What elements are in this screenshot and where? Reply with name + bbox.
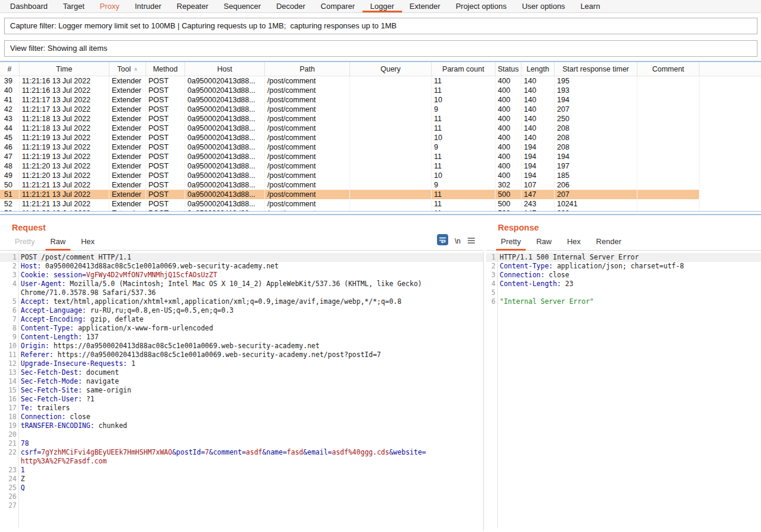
cell-status: 400 xyxy=(496,114,522,124)
cell-time: 11:21:21 13 Jul 2022 xyxy=(20,199,109,209)
cell-query xyxy=(350,142,432,152)
menu-tab-repeater[interactable]: Repeater xyxy=(169,0,216,12)
cell-method: POST xyxy=(146,180,185,190)
table-row[interactable]: 5111:21:21 13 Jul 2022ExtenderPOST0a9500… xyxy=(0,190,761,199)
code-line: 4Content-Length: 23 xyxy=(486,280,761,288)
table-row[interactable]: 4911:21:20 13 Jul 2022ExtenderPOST0a9500… xyxy=(0,171,761,180)
menu-tab-project-options[interactable]: Project options xyxy=(448,0,514,12)
column-header-comment[interactable]: Comment xyxy=(637,62,700,76)
line-number: 4 xyxy=(486,280,496,288)
column-header-path[interactable]: Path xyxy=(265,62,350,76)
line-number: 26 xyxy=(0,492,17,501)
cell-param-count: 11 xyxy=(432,161,496,171)
line-number: 18 xyxy=(0,413,17,421)
tab-render[interactable]: Render xyxy=(588,237,629,250)
column-header--[interactable]: # xyxy=(0,62,20,76)
tab-hex[interactable]: Hex xyxy=(73,237,102,250)
code-line: 3Cookie: session=VgFWy4D2vMfON7vMNMhjQ1S… xyxy=(0,271,483,280)
cell-path: /post/comment xyxy=(265,171,350,180)
table-row[interactable]: 4311:21:18 13 Jul 2022ExtenderPOST0a9500… xyxy=(0,114,761,124)
tab-pretty[interactable]: Pretty xyxy=(493,237,529,250)
table-row[interactable]: 4811:21:20 13 Jul 2022ExtenderPOST0a9500… xyxy=(0,161,761,171)
newline-icon[interactable]: \n xyxy=(455,237,461,245)
table-row[interactable]: 3911:21:16 13 Jul 2022ExtenderPOST0a9500… xyxy=(0,76,761,86)
cell-path: /post/comment xyxy=(265,209,350,211)
cell-start-response-timer: 207 xyxy=(555,105,637,114)
column-header-filler xyxy=(700,62,761,76)
cell-tool: Extender xyxy=(109,199,146,209)
menu-tab-extender[interactable]: Extender xyxy=(402,0,448,12)
wrap-toggle-icon[interactable] xyxy=(437,234,448,248)
table-hscrollbar[interactable] xyxy=(0,211,761,215)
menu-tab-comparer[interactable]: Comparer xyxy=(313,0,362,12)
table-row[interactable]: 4711:21:19 13 Jul 2022ExtenderPOST0a9500… xyxy=(0,152,761,161)
cell-method: POST xyxy=(146,161,185,171)
table-row[interactable]: 5011:21:21 13 Jul 2022ExtenderPOST0a9500… xyxy=(0,180,761,190)
tab-pretty[interactable]: Pretty xyxy=(7,237,43,250)
cell-tool: Extender xyxy=(109,86,146,95)
column-label: Param count xyxy=(442,65,484,73)
line-number: 11 xyxy=(0,351,17,359)
cell-filler xyxy=(700,133,761,142)
table-row[interactable]: 4211:21:17 13 Jul 2022ExtenderPOST0a9500… xyxy=(0,105,761,114)
cell-method: POST xyxy=(146,86,185,95)
cell-query xyxy=(350,199,432,209)
line-number: 12 xyxy=(0,359,17,368)
column-header-method[interactable]: Method xyxy=(146,62,185,76)
cell-method: POST xyxy=(146,190,185,199)
menu-tab-user-options[interactable]: User options xyxy=(514,0,573,12)
column-header-tool[interactable]: Tool∧ xyxy=(109,62,146,76)
table-row[interactable]: 4111:21:17 13 Jul 2022ExtenderPOST0a9500… xyxy=(0,95,761,105)
logger-table: #TimeTool∧MethodHostPathQueryParam count… xyxy=(0,61,761,211)
column-label: Method xyxy=(153,65,178,73)
table-header: #TimeTool∧MethodHostPathQueryParam count… xyxy=(0,62,761,76)
cell-method: POST xyxy=(146,105,185,114)
gutter-divider xyxy=(18,252,19,528)
table-row[interactable]: 5311:21:22 13 Jul 2022ExtenderPOST0a9500… xyxy=(0,209,761,211)
cell--: 49 xyxy=(0,171,20,180)
menu-tab-learn[interactable]: Learn xyxy=(573,0,608,12)
column-header-start-response-timer[interactable]: Start response timer xyxy=(555,62,637,76)
column-label: Length xyxy=(526,65,549,73)
column-header-query[interactable]: Query xyxy=(350,62,432,76)
table-row[interactable]: 4411:21:18 13 Jul 2022ExtenderPOST0a9500… xyxy=(0,124,761,133)
column-header-time[interactable]: Time xyxy=(20,62,109,76)
menu-tab-sequencer[interactable]: Sequencer xyxy=(216,0,268,12)
tab-raw[interactable]: Raw xyxy=(529,237,559,250)
cell-tool: Extender xyxy=(109,180,146,190)
table-row[interactable]: 5211:21:21 13 Jul 2022ExtenderPOST0a9500… xyxy=(0,199,761,209)
code-line: 6"Internal Server Error" xyxy=(486,297,761,306)
column-header-param-count[interactable]: Param count xyxy=(432,62,496,76)
column-header-length[interactable]: Length xyxy=(522,62,555,76)
cell-query xyxy=(350,180,432,190)
menu-tab-dashboard[interactable]: Dashboard xyxy=(2,0,56,12)
menu-tab-proxy[interactable]: Proxy xyxy=(92,0,127,12)
cell-method: POST xyxy=(146,171,185,180)
menu-tab-target[interactable]: Target xyxy=(56,0,92,12)
request-editor[interactable]: 1POST /post/comment HTTP/1.12Host: 0a950… xyxy=(0,252,484,531)
menu-tab-logger[interactable]: Logger xyxy=(362,0,401,12)
menu-tab-decoder[interactable]: Decoder xyxy=(268,0,313,12)
tab-raw[interactable]: Raw xyxy=(43,237,73,250)
table-row[interactable]: 4011:21:16 13 Jul 2022ExtenderPOST0a9500… xyxy=(0,86,761,95)
cell-start-response-timer: 208 xyxy=(555,124,637,133)
capture-filter-bar[interactable]: Capture filter: Logger memory limit set … xyxy=(4,18,757,34)
table-row[interactable]: 4611:21:19 13 Jul 2022ExtenderPOST0a9500… xyxy=(0,142,761,152)
table-row[interactable]: 4511:21:19 13 Jul 2022ExtenderPOST0a9500… xyxy=(0,133,761,142)
menu-tab-intruder[interactable]: Intruder xyxy=(127,0,169,12)
cell-method: POST xyxy=(146,114,185,124)
cell--: 44 xyxy=(0,124,20,133)
request-title: Request xyxy=(0,215,484,236)
column-header-status[interactable]: Status xyxy=(496,62,522,76)
line-number: 3 xyxy=(0,271,17,280)
editor-menu-icon[interactable] xyxy=(467,236,475,246)
response-editor[interactable]: 1HTTP/1.1 500 Internal Server Error2Cont… xyxy=(486,252,761,531)
cell-host: 0a9500020413d88... xyxy=(185,133,265,142)
view-filter-bar[interactable]: View filter: Showing all items xyxy=(4,40,757,57)
cell--: 50 xyxy=(0,180,20,190)
column-header-host[interactable]: Host xyxy=(185,62,265,76)
cell-path: /post/comment xyxy=(265,76,350,86)
cell-method: POST xyxy=(146,124,185,133)
tab-hex[interactable]: Hex xyxy=(559,237,588,250)
line-number: 14 xyxy=(0,377,17,386)
